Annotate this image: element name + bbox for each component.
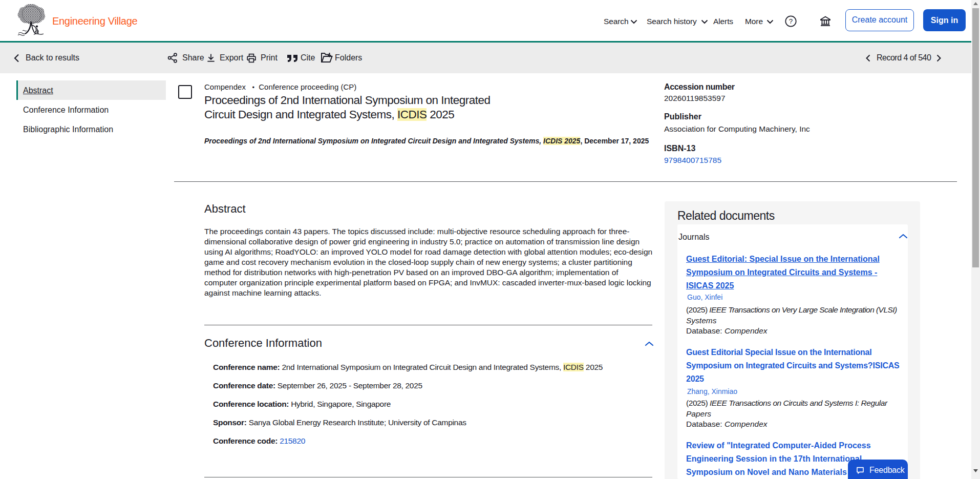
svg-text:?: ? [789, 17, 793, 25]
